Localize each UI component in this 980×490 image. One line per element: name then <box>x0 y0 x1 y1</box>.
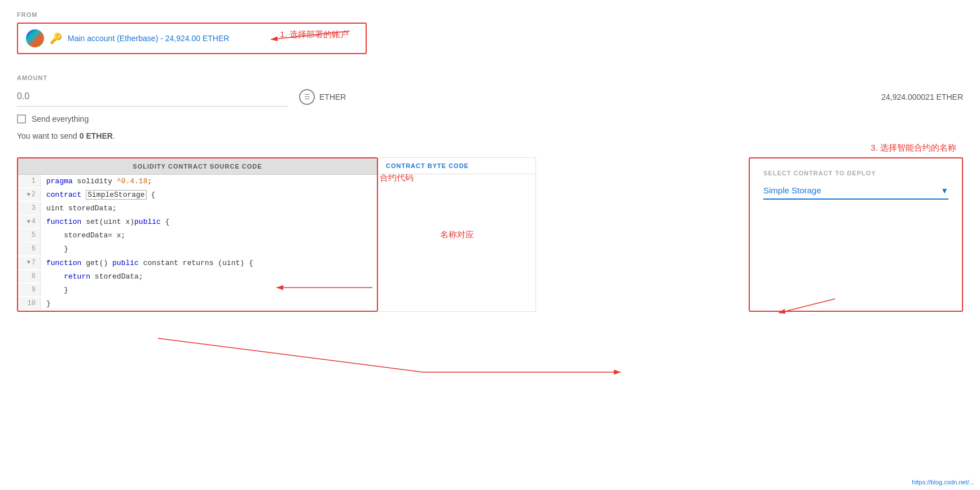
line-num-7: ▼7 <box>18 257 41 269</box>
from-box: 🔑 Main account (Etherbase) - 24,924.00 E… <box>17 23 367 54</box>
code-line-7: ▼7 function get() public constant return… <box>18 257 377 270</box>
line-content-10: } <box>41 297 56 311</box>
line-content-6: } <box>41 242 74 256</box>
code-line-6: 6 } <box>18 242 377 256</box>
code-line-3: 3 uint storedData; <box>18 202 377 215</box>
currency-selector[interactable]: ☰ ETHER <box>299 89 346 105</box>
amount-input[interactable] <box>17 87 288 107</box>
code-line-4: ▼4 function set(uint x)public { <box>18 215 377 229</box>
line-content-7: function get() public constant returns (… <box>41 257 259 270</box>
line-content-4: function set(uint x)public { <box>41 215 175 229</box>
line-num-5: 5 <box>18 229 41 241</box>
svg-line-4 <box>158 338 423 372</box>
code-editor[interactable]: 1 pragma solidity ^0.4.18; ▼2 contract S… <box>18 175 377 311</box>
line-content-1: pragma solidity ^0.4.18; <box>41 175 157 188</box>
contract-select-row[interactable]: Simple Storage ▼ <box>763 186 948 200</box>
currency-circle-icon: ☰ <box>299 89 315 105</box>
line-num-8: 8 <box>18 270 41 282</box>
code-line-10: 10 } <box>18 297 377 311</box>
send-summary: You want to send 0 ETHER. <box>17 131 963 140</box>
select-panel-label: SELECT CONTRACT TO DEPLOY <box>763 170 948 176</box>
select-panel: 3. 选择智能合约的名称 SELECT CONTRACT TO DEPLOY S… <box>749 157 963 312</box>
key-icon: 🔑 <box>50 32 62 45</box>
account-name: Main account (Etherbase) - 24,924.00 ETH… <box>68 34 229 43</box>
from-label: FROM <box>17 11 457 18</box>
line-num-10: 10 <box>18 297 41 310</box>
amount-label: AMOUNT <box>17 74 963 81</box>
chevron-down-icon: ▼ <box>941 186 948 195</box>
code-line-8: 8 return storedData; <box>18 270 377 284</box>
avatar-icon <box>26 29 44 47</box>
line-num-2: ▼2 <box>18 188 41 201</box>
send-everything-checkbox[interactable] <box>17 114 26 123</box>
from-annotation: 1. 选择部署的账户 <box>280 29 349 40</box>
bytecode-panel: CONTRACT BYTE CODE 名称对应 <box>378 157 536 312</box>
bottom-section: SOLIDITY CONTRACT SOURCE CODE 1 pragma s… <box>17 157 963 312</box>
code-line-9: 9 } <box>18 284 377 297</box>
code-line-1: 1 pragma solidity ^0.4.18; <box>18 175 377 188</box>
line-content-2: contract SimpleStorage { <box>41 188 161 202</box>
line-num-3: 3 <box>18 202 41 214</box>
summary-prefix: You want to send <box>17 131 80 140</box>
annotation-name-correspondence: 名称对应 <box>440 229 474 240</box>
solidity-panel: SOLIDITY CONTRACT SOURCE CODE 1 pragma s… <box>17 157 378 312</box>
line-content-9: } <box>41 284 74 297</box>
amount-section: AMOUNT ☰ ETHER 24,924.000021 ETHER Send … <box>17 74 963 140</box>
line-num-4: ▼4 <box>18 215 41 228</box>
balance-display: 24,924.000021 ETHER <box>881 92 963 101</box>
bytecode-header: CONTRACT BYTE CODE <box>378 158 535 174</box>
send-everything-label: Send everything <box>32 114 89 123</box>
annotation-3: 3. 选择智能合约的名称 <box>871 143 956 153</box>
line-content-3: uint storedData; <box>41 202 122 215</box>
spacer <box>536 157 749 312</box>
line-num-1: 1 <box>18 175 41 187</box>
contract-select-value: Simple Storage <box>763 186 821 195</box>
code-line-5: 5 storedData= x; <box>18 229 377 242</box>
line-num-6: 6 <box>18 242 41 255</box>
url-bar: https://blog.csdn.net/... <box>912 479 974 485</box>
account-row: 🔑 Main account (Etherbase) - 24,924.00 E… <box>26 29 229 47</box>
line-content-8: return storedData; <box>41 270 149 284</box>
line-content-5: storedData= x; <box>41 229 131 242</box>
line-num-9: 9 <box>18 284 41 296</box>
solidity-header: SOLIDITY CONTRACT SOURCE CODE <box>18 158 377 175</box>
code-line-2: ▼2 contract SimpleStorage { <box>18 188 377 202</box>
summary-value: 0 ETHER <box>80 131 113 140</box>
send-everything-row: Send everything <box>17 114 963 123</box>
summary-suffix: . <box>113 131 115 140</box>
currency-label: ETHER <box>319 92 346 101</box>
amount-row: ☰ ETHER 24,924.000021 ETHER <box>17 87 963 107</box>
